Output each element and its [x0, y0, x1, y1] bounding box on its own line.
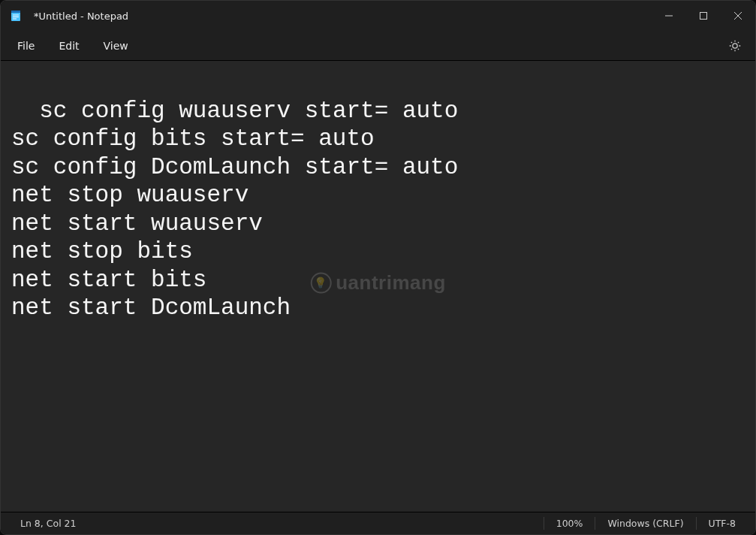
close-button[interactable] [721, 1, 755, 31]
text-editor[interactable]: sc config wuauserv start= auto sc config… [1, 61, 755, 512]
svg-rect-6 [700, 13, 707, 20]
status-zoom[interactable]: 100% [544, 512, 595, 534]
statusbar: Ln 8, Col 21 100% Windows (CRLF) UTF-8 [1, 512, 755, 534]
settings-button[interactable] [719, 35, 751, 57]
editor-content: sc config wuauserv start= auto sc config… [11, 98, 458, 322]
status-line-ending: Windows (CRLF) [595, 512, 695, 534]
svg-rect-1 [11, 11, 20, 13]
window-title: *Untitled - Notepad [34, 11, 128, 22]
titlebar: *Untitled - Notepad [1, 1, 755, 31]
window-controls [652, 1, 755, 31]
minimize-button[interactable] [652, 1, 686, 31]
maximize-button[interactable] [686, 1, 721, 31]
menu-file[interactable]: File [5, 35, 47, 56]
watermark-text: uantrimang [336, 271, 446, 295]
status-cursor-position: Ln 8, Col 21 [8, 512, 89, 534]
menubar: File Edit View [1, 31, 755, 61]
status-encoding: UTF-8 [697, 512, 748, 534]
lightbulb-icon: 💡 [310, 272, 331, 293]
notepad-app-icon [10, 10, 22, 22]
menu-view[interactable]: View [92, 35, 140, 56]
gear-icon [728, 39, 742, 53]
menu-edit[interactable]: Edit [47, 35, 91, 56]
watermark: 💡 uantrimang [310, 271, 446, 295]
